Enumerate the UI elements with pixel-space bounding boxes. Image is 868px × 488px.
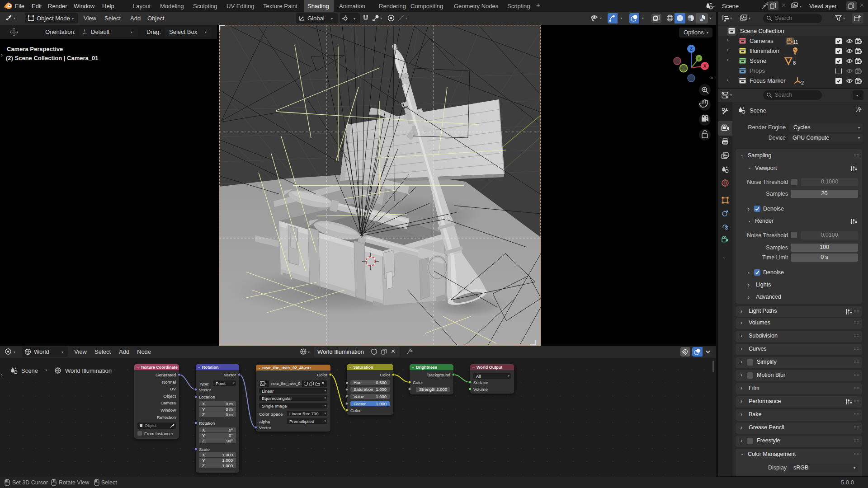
svg-text:Y: Y: [698, 56, 700, 61]
svg-text:X: X: [703, 64, 707, 69]
svg-text:Z: Z: [690, 47, 693, 52]
